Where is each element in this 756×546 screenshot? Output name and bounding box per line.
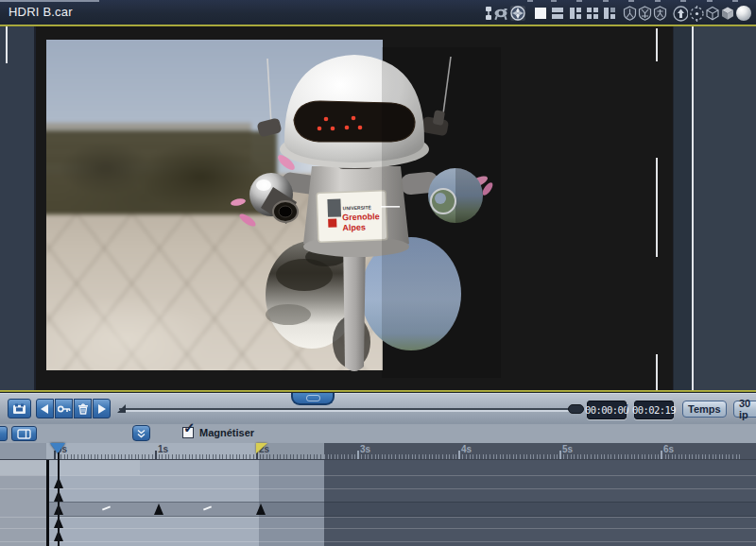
frame-rate-dropdown[interactable]: 30 ip [733,401,756,418]
time-unit-dropdown[interactable]: Temps [682,401,727,418]
ruler-label: 1s [158,444,168,454]
layout-corner-button[interactable] [602,6,617,21]
application-window: HDRI B.car [0,0,756,546]
row-separator [0,488,756,489]
ruler-second-tick [661,451,662,459]
top-edge-tick [603,0,609,2]
layout-rows-button[interactable] [550,6,565,21]
keyframe-triangle[interactable] [256,503,266,515]
top-edge-tick [628,0,634,2]
top-edge-tick [551,0,557,2]
range-end-marker[interactable] [256,443,267,453]
label-line3: Alpes [342,222,366,232]
top-edge-tick [732,0,738,2]
frame-rate-value: 30 ip [739,398,756,420]
render-target-icon[interactable] [510,6,525,21]
ruler-label: 6s [663,444,674,454]
label-line2: Grenoble [342,212,380,222]
ruler-label: 5s [562,444,573,454]
time-unit-value: Temps [688,403,721,415]
shield-axis-icon-2[interactable] [637,6,652,21]
solid-cube-icon[interactable] [720,6,735,21]
expand-chevron-button[interactable] [132,425,150,441]
row-separator [0,541,756,542]
next-keyframe-button[interactable] [93,399,111,418]
viewport-active-border-bottom [0,390,756,392]
shaded-sphere-icon[interactable] [736,6,751,21]
row-separator [0,517,756,518]
record-keyframe-button[interactable] [8,399,31,418]
layout-single-button[interactable] [533,6,548,21]
left-panel-guide-line [6,26,8,63]
viewport-3d[interactable]: UNIVERSITÉ Grenoble Alpes [0,26,756,390]
snap-bar [0,424,756,444]
right-panel-edge [673,26,694,390]
end-time-field[interactable]: 00:02:19 [634,401,674,419]
top-edge-tick [576,0,582,2]
row-separator [0,475,756,476]
prev-keyframe-button[interactable] [36,399,54,418]
camera-icon[interactable] [493,6,508,21]
ruler-minor-ticks [54,454,324,459]
ruler-label: 3s [360,444,370,454]
ruler-second-tick [458,451,460,459]
frame-guide-segment [656,354,658,390]
frame-guide-segment [656,158,658,257]
top-edge-tick [707,0,713,2]
time-separator: / [625,402,627,416]
navigate-up-icon[interactable] [673,6,688,21]
current-time-field[interactable]: 00:00:00 [587,401,627,419]
tracks-divider [46,460,49,546]
handle-grip [306,395,320,401]
right-panel [694,26,756,390]
layout-quad-button[interactable] [585,6,600,21]
render-robot: UNIVERSITÉ Grenoble Alpes [227,47,501,378]
wireframe-cube-icon[interactable] [705,6,720,21]
frame-guide-segment [656,28,658,61]
add-key-button[interactable] [55,399,73,418]
delete-key-button[interactable] [74,399,92,418]
ruler-second-tick [155,451,157,459]
time-slider-thumb[interactable] [117,404,126,413]
top-edge-tick [527,0,533,2]
tracks-top-band [49,460,140,475]
panel-collapse-handle[interactable] [291,393,335,405]
document-title: HDRI B.car [9,5,73,19]
snap-label: Magnétiser [199,427,254,438]
row-separator [0,528,756,529]
playhead-line[interactable] [58,452,60,546]
title-bar: HDRI B.car [0,0,756,25]
left-panel-edge [0,26,36,390]
ruler-second-tick [559,451,561,459]
time-slider-end-cap [568,404,584,414]
timeline-tool-button-partial[interactable] [0,426,8,441]
keyframe-triangle[interactable] [154,503,163,515]
ruler-label: 4s [461,444,472,454]
timeline-ruler[interactable]: 0s 1s 2s 3s 4s 5s 6s [0,443,756,460]
timeline-panel-button[interactable] [11,426,37,441]
ruler-minor-ticks [324,454,740,459]
dashed-circle-icon[interactable] [689,6,704,21]
top-edge-ticks [0,0,99,2]
snap-checkmark: ✓ [183,419,196,436]
shield-axis-icon-3[interactable] [652,6,667,21]
timeline-tracks[interactable] [0,460,756,546]
layout-left-split-button[interactable] [568,6,583,21]
label-line1: UNIVERSITÉ [343,203,372,211]
top-edge-tick [680,0,686,2]
ruler-second-tick [357,451,359,459]
top-edge-tick [655,0,661,2]
time-slider-highlight [119,410,578,412]
shield-axis-icon-1[interactable] [622,6,637,21]
track-header-top [0,460,46,475]
